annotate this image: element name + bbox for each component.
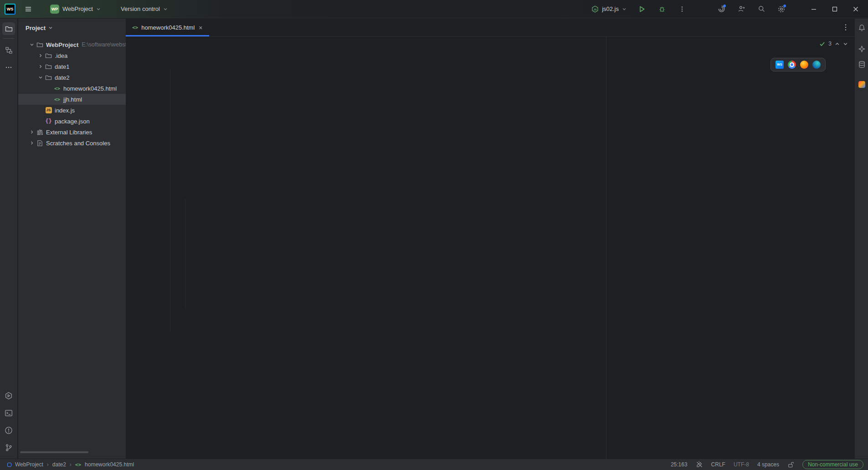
code-with-me-button[interactable]: [735, 3, 748, 15]
structure-tool-button[interactable]: [2, 44, 15, 56]
folder-icon: [45, 52, 52, 59]
project-icon: [7, 463, 11, 467]
line-separator[interactable]: CRLF: [711, 461, 725, 468]
problems-icon: [5, 426, 13, 434]
problems-tool-button[interactable]: [2, 424, 15, 437]
caret-position[interactable]: 25:163: [671, 461, 688, 468]
terminal-icon: [5, 409, 13, 417]
breadcrumb-project[interactable]: WebProject: [15, 461, 43, 468]
close-icon: [853, 6, 859, 12]
breadcrumb-folder[interactable]: date2: [52, 461, 66, 468]
database-tool-button[interactable]: [855, 58, 868, 71]
debug-button[interactable]: [656, 3, 668, 15]
tree-item-index-js[interactable]: JSindex.js: [18, 105, 126, 116]
services-tool-button[interactable]: [2, 389, 15, 402]
tree-item-scratches-and-consoles[interactable]: Scratches and Consoles: [18, 138, 126, 148]
file-encoding[interactable]: UTF-8: [734, 461, 749, 468]
close-button[interactable]: [849, 2, 863, 16]
chevron-right-icon[interactable]: [28, 141, 36, 145]
project-panel-title: Project: [26, 25, 46, 31]
folder-icon: [36, 41, 44, 48]
tree-item-external-libraries[interactable]: External Libraries: [18, 127, 126, 138]
chevron-down-icon[interactable]: [28, 42, 36, 47]
tree-item-package-json[interactable]: {}package.json: [18, 116, 126, 127]
run-config-name: js02.js: [602, 5, 619, 12]
minimize-icon: [811, 6, 817, 12]
kebab-icon: [679, 6, 685, 12]
tree-item-jjh-html[interactable]: <>jjh.html: [18, 94, 126, 105]
git-tool-button[interactable]: [2, 441, 15, 454]
inspection-count: 3: [828, 41, 832, 47]
html-icon: <>: [53, 97, 61, 102]
tree-item--idea[interactable]: .idea: [18, 50, 126, 61]
notification-dot: [783, 5, 786, 7]
project-panel-header[interactable]: Project: [18, 19, 126, 37]
run-configuration-selector[interactable]: JS js02.js: [590, 4, 628, 14]
code-area[interactable]: [126, 37, 854, 459]
chevron-right-icon: [30, 141, 34, 145]
chevron-up-icon[interactable]: [835, 41, 840, 46]
horizontal-scrollbar[interactable]: [20, 451, 88, 453]
license-badge[interactable]: Non-commercial use: [802, 460, 863, 469]
chevron-down-icon: [30, 42, 34, 47]
indent-guide: [185, 199, 185, 309]
highlighting-pen-icon[interactable]: [696, 461, 703, 468]
run-icon: [638, 5, 646, 13]
search-everywhere-button[interactable]: [755, 3, 768, 15]
vcs-widget[interactable]: Version control: [119, 4, 169, 14]
terminal-tool-button[interactable]: [2, 407, 15, 419]
unlock-icon[interactable]: [787, 461, 794, 468]
library-icon: [36, 129, 44, 136]
project-tool-button[interactable]: [2, 22, 15, 35]
folder-icon: [36, 41, 43, 48]
editor-options-button[interactable]: [842, 23, 849, 31]
tree-item-date1[interactable]: date1: [18, 61, 126, 72]
webstorm-preview-icon[interactable]: WS: [776, 61, 784, 69]
chevron-right-icon: [38, 64, 43, 69]
tree-item-date2[interactable]: date2: [18, 72, 126, 83]
chevron-down-icon: [622, 7, 627, 11]
ai-assistant-tool-button[interactable]: [855, 42, 868, 55]
more-actions-button[interactable]: [676, 3, 688, 15]
chevron-right-icon[interactable]: [28, 130, 36, 134]
settings-button[interactable]: [775, 3, 788, 15]
main-menu-button[interactable]: [22, 3, 35, 15]
minimize-button[interactable]: [807, 2, 821, 16]
breadcrumb: WebProject › date2 › <> homework0425.htm…: [7, 461, 134, 468]
ai-assistant-button[interactable]: [715, 3, 728, 15]
inspections-widget[interactable]: 3: [819, 41, 848, 47]
chevron-right-icon[interactable]: [36, 64, 45, 69]
right-margin-guide: [606, 37, 606, 459]
maximize-button[interactable]: [828, 2, 842, 16]
notifications-tool-button[interactable]: [855, 21, 868, 34]
tree-item-label: jjh.html: [63, 96, 82, 103]
project-tree: WebProjectE:\software\webst.ideadate1dat…: [18, 39, 126, 148]
bell-icon: [858, 24, 866, 32]
folder-icon: [45, 52, 52, 59]
breadcrumb-separator: ›: [47, 461, 49, 468]
tree-item-label: External Libraries: [46, 129, 92, 136]
tab-homework0425[interactable]: <> homework0425.html ×: [126, 19, 209, 36]
run-button[interactable]: [636, 3, 648, 15]
chevron-down-icon[interactable]: [843, 41, 848, 46]
git-branch-icon: [5, 444, 13, 452]
chrome-icon[interactable]: [788, 61, 796, 69]
chevron-right-icon: [30, 130, 34, 134]
edge-icon[interactable]: [812, 61, 821, 69]
firefox-icon[interactable]: [800, 61, 808, 69]
tree-item-webproject[interactable]: WebProjectE:\software\webst: [18, 39, 126, 50]
breadcrumb-file[interactable]: homework0425.html: [85, 461, 134, 468]
indent-setting[interactable]: 4 spaces: [757, 461, 779, 468]
kebab-icon: [842, 23, 849, 31]
project-widget[interactable]: WP WebProject: [48, 3, 103, 15]
tree-item-homework0425-html[interactable]: <>homework0425.html: [18, 83, 126, 94]
tab-close-icon[interactable]: ×: [198, 24, 203, 32]
chevron-right-icon[interactable]: [36, 53, 45, 58]
folder-icon: [45, 74, 52, 81]
more-tool-windows-button[interactable]: [2, 61, 15, 74]
folder-icon: [5, 25, 13, 33]
plugins-tool-button[interactable]: [855, 78, 868, 91]
chevron-down-icon[interactable]: [36, 75, 45, 80]
js-file-icon: JS: [46, 107, 52, 113]
html-icon: <>: [53, 86, 61, 92]
